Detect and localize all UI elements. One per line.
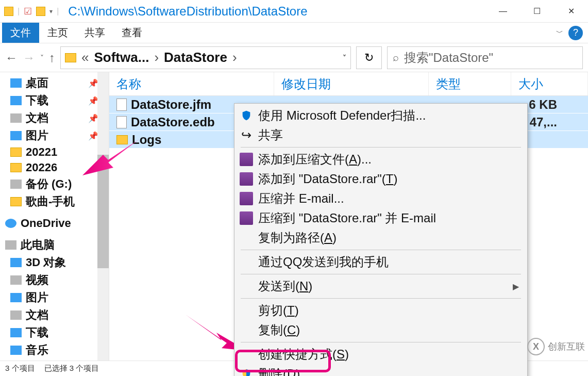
sidebar-item-documents2[interactable]: 文档 xyxy=(0,306,109,324)
menu-label: 复制为路径(A) xyxy=(258,230,337,246)
file-icon xyxy=(116,116,127,128)
pictures-icon xyxy=(10,293,22,302)
tab-home[interactable]: 主页 xyxy=(39,23,76,43)
menu-compress-to-email[interactable]: 压缩到 "DataStore.rar" 并 E-mail xyxy=(236,208,526,228)
menu-label: 添加到 "DataStore.rar"(T) xyxy=(258,171,397,187)
sidebar-item-label: 备份 (G:) xyxy=(26,176,72,192)
file-name: DataStore.jfm xyxy=(131,97,211,112)
pin-icon: 📌 xyxy=(88,113,98,123)
menu-label: 使用 Microsoft Defender扫描... xyxy=(258,107,426,124)
menu-label: 发送到(N) xyxy=(258,278,312,295)
col-type[interactable]: 类型 xyxy=(429,72,511,95)
checkbox-icon[interactable]: ☑ xyxy=(24,6,32,17)
menu-label: 压缩并 E-mail... xyxy=(258,190,344,207)
sidebar-item-label: 下载 xyxy=(26,325,48,340)
documents-icon xyxy=(10,310,22,320)
shield-icon xyxy=(240,109,253,122)
menu-share[interactable]: ↪ 共享 xyxy=(236,125,526,145)
sidebar-item-music[interactable]: 音乐 xyxy=(0,341,109,359)
up-button[interactable]: ↑ xyxy=(49,51,55,65)
folder-icon xyxy=(10,148,22,157)
sidebar-item-onedrive[interactable]: OneDrive xyxy=(0,216,109,231)
sidebar-item-desktop[interactable]: 桌面📌 xyxy=(0,74,109,92)
folder-icon xyxy=(4,7,13,16)
refresh-button[interactable]: ↻ xyxy=(356,46,382,69)
sidebar-item-3d[interactable]: 3D 对象 xyxy=(0,254,109,271)
folder-icon xyxy=(10,163,22,172)
titlebar: | ☑ ▾ | C:\Windows\SoftwareDistribution\… xyxy=(0,0,588,23)
blank-icon xyxy=(240,255,253,269)
desktop-icon xyxy=(10,78,22,88)
col-date[interactable]: 修改日期 xyxy=(274,72,429,95)
back-button[interactable]: ← xyxy=(5,51,18,65)
pc-icon xyxy=(5,240,16,250)
menu-label: 复制(C) xyxy=(258,322,300,338)
divider: | xyxy=(57,7,59,16)
sidebar-item-label: 下载 xyxy=(26,93,48,108)
tab-view[interactable]: 查看 xyxy=(113,23,150,43)
blank-icon xyxy=(240,304,253,317)
tab-share[interactable]: 共享 xyxy=(76,23,113,43)
menu-separator xyxy=(241,274,521,274)
onedrive-icon xyxy=(5,219,16,228)
context-menu: 使用 Microsoft Defender扫描... ↪ 共享 添加到压缩文件(… xyxy=(234,103,528,376)
sidebar-item-label: 桌面 xyxy=(26,75,48,91)
blank-icon xyxy=(240,231,253,244)
blank-icon xyxy=(240,280,253,293)
breadcrumb-2[interactable]: DataStore xyxy=(164,50,227,66)
forward-button[interactable]: → xyxy=(23,51,35,65)
sidebar-item-desktop2[interactable]: 桌面 xyxy=(0,359,109,361)
divider: | xyxy=(18,7,20,16)
3d-icon xyxy=(10,258,22,267)
file-name: DataStore.edb xyxy=(131,115,215,129)
search-placeholder: 搜索"DataStore" xyxy=(404,50,493,66)
ribbon: 文件 主页 共享 查看 ﹀ ? xyxy=(0,23,588,43)
address-dropdown-icon[interactable]: ˅ xyxy=(343,54,346,62)
rar-icon xyxy=(240,153,253,166)
menu-add-to-rar[interactable]: 添加到 "DataStore.rar"(T) xyxy=(236,169,526,189)
menu-cut[interactable]: 剪切(T) xyxy=(236,301,526,320)
folder-icon-2 xyxy=(36,7,45,16)
annotation-highlight xyxy=(235,350,331,372)
sidebar-item-folder[interactable]: 歌曲-手机 xyxy=(0,193,109,210)
menu-qq-send[interactable]: 通过QQ发送到我的手机 xyxy=(236,252,526,272)
col-name[interactable]: 名称 xyxy=(109,72,274,95)
sidebar-item-downloads[interactable]: 下载📌 xyxy=(0,92,109,109)
watermark-icon: X xyxy=(527,338,545,355)
tab-file[interactable]: 文件 xyxy=(2,23,39,43)
help-button[interactable]: ? xyxy=(568,26,583,40)
navbar: ← → ˅ ↑ « Softwa... › DataStore › ˅ ↻ ⌕ … xyxy=(0,43,588,72)
address-bar[interactable]: « Softwa... › DataStore › ˅ xyxy=(60,46,351,69)
dropdown-icon[interactable]: ▾ xyxy=(49,8,53,15)
annotation-arrow-1 xyxy=(82,139,144,181)
sidebar-item-pictures2[interactable]: 图片 xyxy=(0,289,109,306)
menu-defender-scan[interactable]: 使用 Microsoft Defender扫描... xyxy=(236,106,526,125)
search-input[interactable]: ⌕ 搜索"DataStore" xyxy=(387,46,583,69)
sidebar-item-videos[interactable]: 视频 xyxy=(0,271,109,289)
menu-copy[interactable]: 复制(C) xyxy=(236,320,526,340)
sidebar-item-thispc[interactable]: 此电脑 xyxy=(0,236,109,254)
ribbon-collapse-icon[interactable]: ﹀ xyxy=(551,28,568,38)
rar-icon xyxy=(240,211,253,225)
menu-compress-email[interactable]: 压缩并 E-mail... xyxy=(236,189,526,208)
folder-icon xyxy=(65,53,76,62)
menu-separator xyxy=(241,250,521,250)
sidebar-item-documents[interactable]: 文档📌 xyxy=(0,109,109,127)
sidebar-item-downloads2[interactable]: 下载 xyxy=(0,324,109,341)
selection-count: 已选择 3 个项目 xyxy=(44,364,99,373)
menu-label: 添加到压缩文件(A)... xyxy=(258,151,372,168)
col-size[interactable]: 大小 xyxy=(511,72,588,95)
breadcrumb-1[interactable]: Softwa... xyxy=(94,50,149,66)
maximize-button[interactable]: ☐ xyxy=(520,0,554,23)
blank-icon xyxy=(240,323,253,337)
item-count: 3 个项目 xyxy=(5,364,35,373)
close-button[interactable]: ✕ xyxy=(554,0,588,23)
history-dropdown[interactable]: ˅ xyxy=(40,54,44,62)
minimize-button[interactable]: — xyxy=(486,0,520,23)
crumb-sep: « xyxy=(81,50,89,66)
menu-add-archive[interactable]: 添加到压缩文件(A)... xyxy=(236,150,526,169)
share-icon: ↪ xyxy=(240,128,253,142)
sidebar-item-label: OneDrive xyxy=(21,217,71,230)
menu-send-to[interactable]: 发送到(N) ▶ xyxy=(236,276,526,296)
menu-copy-path[interactable]: 复制为路径(A) xyxy=(236,228,526,248)
